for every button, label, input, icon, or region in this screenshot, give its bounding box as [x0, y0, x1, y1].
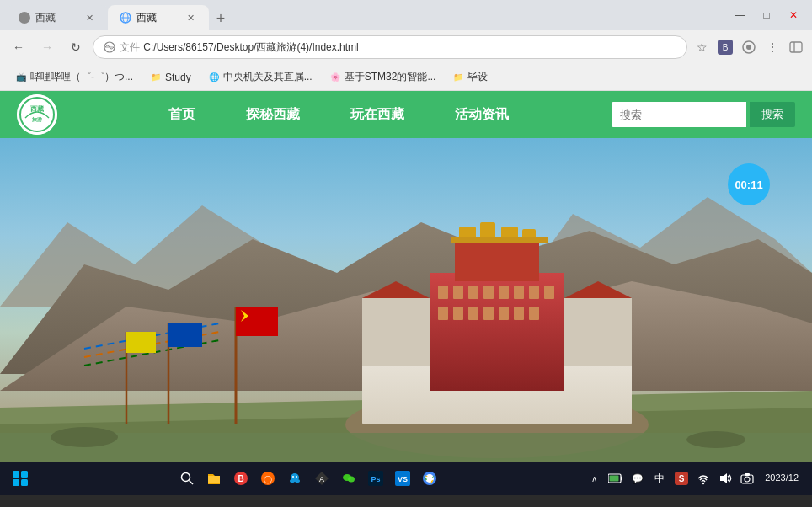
svg-rect-77	[168, 323, 202, 347]
taskbar-search[interactable]	[175, 467, 199, 490]
svg-rect-47	[468, 286, 478, 299]
svg-marker-115	[720, 473, 727, 483]
svg-text:旅游: 旅游	[31, 116, 43, 122]
thesis-folder-icon: 📁	[452, 72, 464, 83]
address-input[interactable]: 文件 C:/Users/86157/Desktop/西藏旅游(4)/Index.…	[93, 35, 687, 59]
svg-rect-49	[499, 286, 509, 299]
svg-rect-66	[362, 298, 430, 366]
back-button[interactable]: ←	[7, 35, 30, 59]
bookmark-stm32[interactable]: 🌸 基于STM32的智能...	[323, 67, 443, 87]
nav-links: 首页 探秘西藏 玩在西藏 活动资讯	[66, 106, 612, 124]
reload-button[interactable]: ↻	[64, 35, 88, 59]
bookmark-study[interactable]: 📁 Study	[143, 69, 198, 86]
bookmark-stm32-label: 基于STM32的智能...	[345, 70, 436, 84]
hero-background: 00:11	[0, 138, 812, 462]
title-bar: 西藏 ✕ 西藏 ✕ + — □ ✕	[0, 0, 812, 30]
tab-favicon-1	[19, 12, 30, 24]
svg-rect-55	[468, 307, 478, 320]
taskbar-datetime[interactable]: 2023/12	[760, 472, 804, 484]
taskbar-file-explorer[interactable]	[202, 467, 226, 490]
profile-icon[interactable]: B	[716, 38, 735, 56]
tray-sogou[interactable]: S	[672, 469, 691, 488]
taskbar-tray: ∧ 💬 中 S 2023/12	[585, 469, 804, 488]
bookmark-bilibili[interactable]: 📺 哔哩哔哩（゜-゜）つ...	[8, 67, 140, 87]
svg-rect-9	[790, 42, 802, 52]
tab-close-2[interactable]: ✕	[184, 11, 197, 24]
svg-rect-60	[455, 239, 539, 281]
timer-badge: 00:11	[728, 163, 770, 205]
tab-label-1: 西藏	[35, 11, 56, 25]
bookmark-star-icon[interactable]: ☆	[692, 38, 711, 56]
svg-point-97	[296, 476, 297, 478]
nav-home[interactable]: 首页	[168, 106, 195, 124]
site-logo[interactable]: 西藏 旅游	[17, 94, 57, 135]
svg-text:S: S	[679, 474, 685, 483]
svg-rect-65	[451, 237, 548, 243]
hero-image: 00:11	[0, 138, 812, 462]
site-nav: 西藏 旅游 首页 探秘西藏 玩在西藏 活动资讯 搜索	[0, 91, 812, 138]
tab-1[interactable]: 西藏 ✕	[7, 5, 108, 30]
tray-chevron[interactable]: ∧	[585, 469, 603, 488]
tab-close-1[interactable]: ✕	[83, 11, 96, 24]
svg-rect-84	[21, 471, 28, 478]
start-button[interactable]	[8, 467, 32, 490]
taskbar-app-red[interactable]: B	[229, 467, 253, 490]
svg-point-114	[702, 483, 704, 484]
svg-rect-67	[564, 298, 632, 366]
taskbar-wechat[interactable]	[337, 467, 361, 490]
study-folder-icon: 📁	[150, 72, 162, 83]
forward-button[interactable]: →	[35, 35, 59, 59]
taskbar-app-dark[interactable]: A	[310, 467, 334, 490]
nav-play[interactable]: 玩在西藏	[350, 106, 404, 124]
svg-rect-53	[438, 307, 448, 320]
extension-icon[interactable]	[740, 38, 758, 56]
svg-point-108	[427, 476, 433, 482]
bilibili-icon: 📺	[15, 72, 27, 83]
tab-bar: 西藏 ✕ 西藏 ✕ +	[7, 0, 232, 30]
search-input[interactable]	[612, 102, 746, 127]
new-tab-button[interactable]: +	[209, 7, 232, 30]
tray-wifi[interactable]	[694, 469, 713, 488]
tray-camera[interactable]	[738, 469, 756, 488]
svg-rect-46	[453, 286, 463, 299]
maximize-button[interactable]: □	[755, 3, 778, 27]
tray-volume[interactable]	[716, 469, 735, 488]
close-button[interactable]: ✕	[782, 3, 805, 27]
taskbar-chrome[interactable]	[418, 467, 441, 490]
nav-explore[interactable]: 探秘西藏	[246, 106, 300, 124]
taskbar-photoshop[interactable]: Ps	[364, 467, 387, 490]
website-content: 西藏 旅游 首页 探秘西藏 玩在西藏 活动资讯 搜索	[0, 91, 812, 462]
minimize-button[interactable]: —	[728, 3, 751, 27]
bookmark-gov[interactable]: 🌐 中央机关及其直属...	[201, 67, 319, 87]
svg-rect-45	[438, 286, 448, 299]
bookmark-thesis[interactable]: 📁 毕设	[446, 67, 494, 87]
svg-text:B: B	[723, 43, 729, 52]
svg-rect-58	[514, 307, 524, 320]
taskbar-vscode[interactable]: VS	[391, 467, 414, 490]
taskbar-app-orange[interactable]: ◯	[256, 467, 280, 490]
bookmark-thesis-label: 毕设	[467, 70, 488, 84]
tray-battery[interactable]	[606, 469, 625, 488]
sidebar-icon[interactable]	[787, 38, 805, 56]
nav-search: 搜索	[612, 102, 795, 127]
address-bar: ← → ↻ 文件 C:/Users/86157/Desktop/西藏旅游(4)/…	[0, 30, 812, 64]
gov-icon: 🌐	[208, 72, 220, 83]
settings-icon[interactable]: ⋮	[763, 38, 782, 56]
svg-rect-57	[499, 307, 509, 320]
svg-point-81	[51, 427, 118, 447]
tab-2[interactable]: 西藏 ✕	[108, 5, 209, 30]
svg-point-96	[292, 476, 294, 478]
taskbar-start	[8, 467, 32, 490]
svg-rect-79	[126, 332, 156, 353]
taskbar-qq[interactable]	[283, 467, 307, 490]
bookmark-gov-label: 中央机关及其直属...	[223, 70, 313, 84]
tray-speech[interactable]: 💬	[628, 469, 647, 488]
svg-rect-85	[13, 479, 19, 486]
nav-news[interactable]: 活动资讯	[455, 106, 509, 124]
bookmark-bilibili-label: 哔哩哔哩（゜-゜）つ...	[30, 70, 133, 84]
svg-text:◯: ◯	[264, 475, 272, 484]
tray-ime-chinese[interactable]: 中	[650, 469, 669, 488]
svg-point-101	[348, 477, 355, 483]
search-button[interactable]: 搜索	[750, 102, 795, 127]
svg-point-8	[746, 45, 751, 50]
